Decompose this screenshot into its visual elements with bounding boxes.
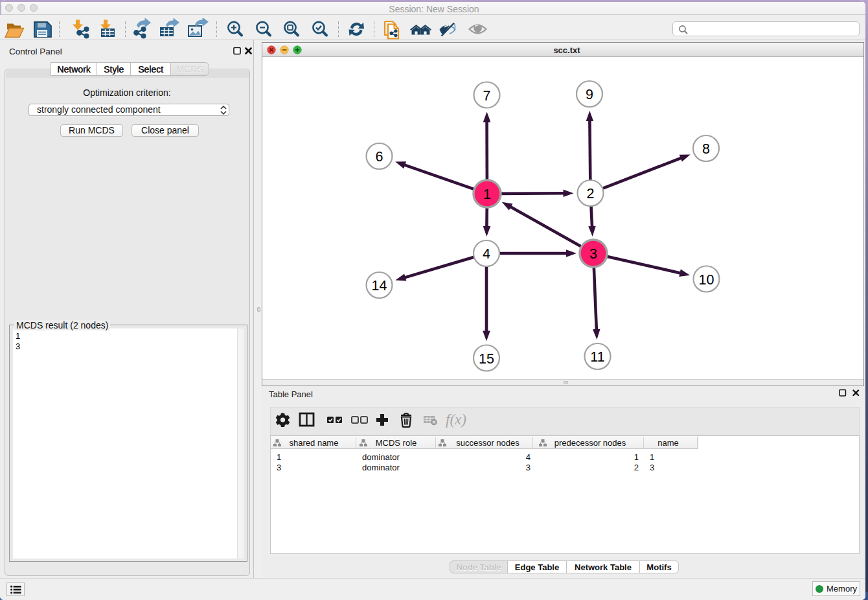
svg-text:6: 6 [376, 149, 383, 165]
svg-text:8: 8 [702, 141, 710, 157]
svg-text:2: 2 [587, 186, 595, 202]
svg-text:f(x): f(x) [446, 411, 466, 428]
svg-text:1: 1 [483, 187, 491, 202]
svg-text:10: 10 [699, 272, 714, 288]
svg-text:9: 9 [586, 87, 593, 102]
svg-text:3: 3 [589, 246, 597, 262]
svg-text:14: 14 [372, 278, 387, 294]
svg-text:11: 11 [590, 349, 604, 365]
svg-text:15: 15 [479, 351, 494, 367]
svg-text:4: 4 [483, 246, 490, 262]
svg-text:7: 7 [483, 88, 491, 104]
